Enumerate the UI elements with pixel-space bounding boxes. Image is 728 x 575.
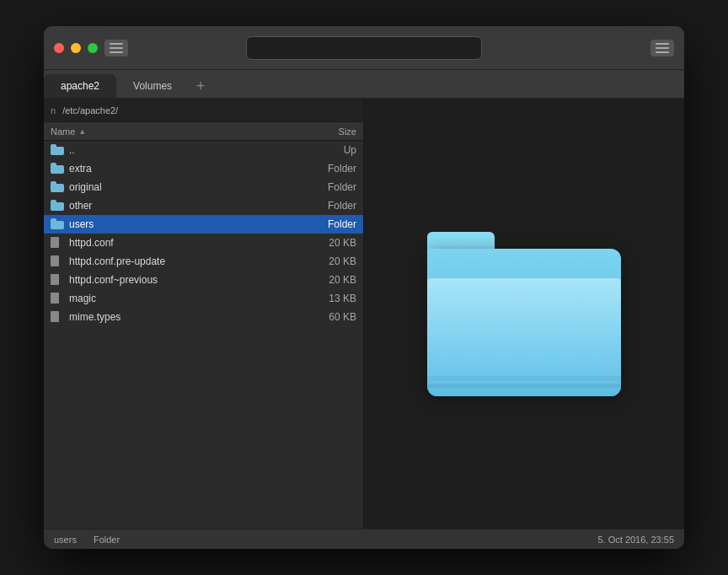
file-name: users bbox=[69, 218, 306, 230]
file-list: .. Up extra Folder original bbox=[44, 141, 363, 529]
file-item-httpd-conf-previous[interactable]: httpd.conf~previous 20 KB bbox=[44, 271, 363, 289]
file-item-extra[interactable]: extra Folder bbox=[44, 159, 363, 178]
left-menu-button[interactable] bbox=[104, 40, 128, 56]
folder-icon bbox=[51, 181, 64, 192]
traffic-lights bbox=[54, 43, 98, 53]
file-size: Folder bbox=[306, 200, 356, 212]
file-name: original bbox=[69, 181, 306, 193]
file-size: 20 KB bbox=[306, 274, 356, 286]
file-size: 13 KB bbox=[306, 293, 356, 304]
file-name: .. bbox=[69, 144, 306, 156]
content-area: n /etc/apache2/ Name ▲ Size bbox=[44, 99, 684, 529]
file-item-other[interactable]: other Folder bbox=[44, 196, 363, 215]
folder-icon bbox=[51, 144, 64, 155]
tab-apache2[interactable]: apache2 bbox=[44, 74, 116, 98]
folder-icon bbox=[51, 163, 64, 174]
file-item-httpd-conf-pre-update[interactable]: httpd.conf.pre-update 20 KB bbox=[44, 252, 363, 271]
tabbar: apache2 Volumes + bbox=[44, 70, 684, 99]
name-column-header[interactable]: Name ▲ bbox=[51, 126, 306, 137]
file-doc-icon bbox=[51, 255, 61, 267]
file-size: Folder bbox=[306, 181, 356, 193]
folder-icon bbox=[51, 218, 64, 229]
file-name: httpd.conf.pre-update bbox=[69, 255, 306, 267]
file-size: 20 KB bbox=[306, 237, 356, 249]
file-size: Folder bbox=[306, 163, 356, 175]
file-doc-icon bbox=[51, 274, 61, 286]
file-item-original[interactable]: original Folder bbox=[44, 178, 363, 196]
file-item-up[interactable]: .. Up bbox=[44, 141, 363, 159]
file-name: mime.types bbox=[69, 311, 306, 323]
minimize-button[interactable] bbox=[71, 43, 81, 53]
titlebar bbox=[44, 26, 684, 70]
path-shortcut: n bbox=[51, 105, 56, 116]
path-text: /etc/apache2/ bbox=[62, 105, 118, 116]
file-size: Folder bbox=[306, 218, 356, 230]
folder-stripe2 bbox=[427, 384, 621, 388]
maximize-button[interactable] bbox=[88, 43, 98, 53]
file-doc-icon bbox=[51, 293, 61, 304]
status-file-type: Folder bbox=[94, 535, 120, 545]
search-bar[interactable] bbox=[246, 36, 482, 60]
file-size: 60 KB bbox=[306, 311, 356, 323]
file-item-httpd-conf[interactable]: httpd.conf 20 KB bbox=[44, 234, 363, 252]
folder-stripe1 bbox=[427, 376, 621, 381]
status-file-name: users bbox=[54, 535, 77, 545]
file-name: magic bbox=[69, 293, 306, 304]
file-doc-icon bbox=[51, 237, 61, 249]
file-name: other bbox=[69, 200, 306, 212]
right-menu-button[interactable] bbox=[650, 40, 674, 56]
folder-preview-icon bbox=[427, 232, 621, 396]
sort-arrow-icon: ▲ bbox=[78, 127, 86, 136]
file-size: Up bbox=[306, 144, 356, 156]
column-headers: Name ▲ Size bbox=[44, 122, 363, 141]
file-name: httpd.conf bbox=[69, 237, 306, 249]
file-doc-icon bbox=[51, 311, 61, 323]
finder-window: apache2 Volumes + n /etc/apache2/ Name ▲… bbox=[44, 26, 684, 549]
size-column-header[interactable]: Size bbox=[306, 126, 356, 137]
file-name: httpd.conf~previous bbox=[69, 274, 306, 286]
close-button[interactable] bbox=[54, 43, 64, 53]
add-tab-button[interactable]: + bbox=[189, 74, 212, 98]
preview-panel bbox=[364, 99, 684, 529]
file-item-magic[interactable]: magic 13 KB bbox=[44, 289, 363, 308]
file-name: extra bbox=[69, 163, 306, 175]
file-panel: n /etc/apache2/ Name ▲ Size bbox=[44, 99, 364, 529]
path-bar: n /etc/apache2/ bbox=[44, 99, 363, 122]
file-item-mime-types[interactable]: mime.types 60 KB bbox=[44, 308, 363, 326]
file-size: 20 KB bbox=[306, 255, 356, 267]
file-item-users[interactable]: users Folder bbox=[44, 215, 363, 234]
tab-volumes[interactable]: Volumes bbox=[116, 74, 189, 98]
folder-icon bbox=[51, 200, 64, 211]
status-bar: users Folder 5. Oct 2016, 23:55 bbox=[44, 529, 684, 549]
status-file-date: 5. Oct 2016, 23:55 bbox=[597, 535, 674, 545]
